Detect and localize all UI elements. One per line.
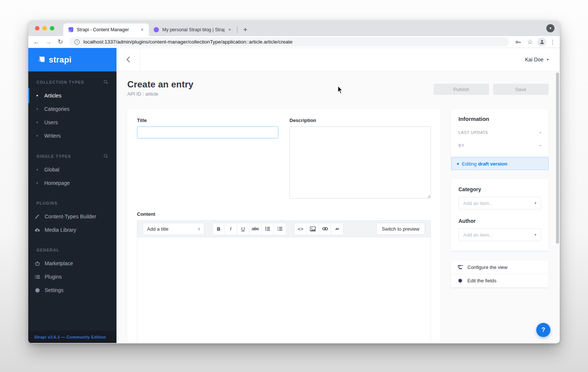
sidebar-item-global[interactable]: Global: [28, 163, 116, 176]
author-select[interactable]: Add an item... ▾: [458, 228, 541, 241]
save-button[interactable]: Save: [493, 84, 549, 95]
ordered-list-button[interactable]: [274, 223, 286, 235]
single-types-heading: SINGLE TYPES: [36, 154, 71, 158]
sidebar-item-homepage[interactable]: Homepage: [28, 176, 116, 190]
app-topbar: Kai Doe ▾: [116, 48, 560, 71]
last-update-value: -: [540, 129, 541, 135]
sidebar-item-marketplace[interactable]: Marketplace: [28, 257, 116, 270]
bookmark-star-icon[interactable]: ☆: [525, 38, 534, 46]
draft-version-banner: Editing draft version: [451, 157, 549, 170]
tab-close-icon[interactable]: ×: [227, 27, 233, 33]
strapi-logo-icon: [37, 56, 45, 64]
password-key-icon[interactable]: [514, 38, 523, 46]
link-label: Configure the view: [467, 264, 508, 270]
search-icon[interactable]: [103, 154, 108, 158]
category-placeholder: Add an item...: [463, 201, 493, 206]
cloud-upload-icon: [34, 227, 40, 233]
url-text: localhost:1337/admin/plugins/content-man…: [83, 39, 293, 45]
quote-button[interactable]: “: [331, 223, 343, 235]
bullet-icon: [36, 182, 38, 184]
title-field-label: Title: [137, 118, 278, 123]
bullet-list-button[interactable]: [262, 223, 274, 235]
publish-button[interactable]: Publish: [434, 84, 489, 95]
heading-select-value: Add a title: [147, 226, 169, 232]
italic-button[interactable]: I: [225, 223, 237, 235]
profile-avatar[interactable]: [537, 38, 546, 46]
relations-card: Category Add an item... ▾ Author Add an …: [451, 179, 549, 251]
tab-title: Strapi - Content Manager: [77, 27, 137, 32]
close-window-button[interactable]: [35, 26, 39, 31]
last-update-label: LAST UPDATE: [458, 130, 489, 135]
banner-text: Editing draft version: [462, 161, 507, 167]
sidebar-item-label: Articles: [44, 93, 61, 99]
list-icon: [34, 274, 40, 280]
sidebar-item-writers[interactable]: Writers: [28, 129, 116, 142]
chevron-down-icon: ▾: [534, 233, 536, 237]
image-button[interactable]: [307, 223, 319, 235]
tab-close-icon[interactable]: ×: [139, 27, 145, 33]
tab-search-button[interactable]: ▾: [546, 24, 555, 32]
sidebar-item-label: Content-Types Builder: [45, 214, 96, 219]
strapi-logo[interactable]: strapi: [28, 48, 116, 71]
gear-icon: [34, 287, 40, 293]
switch-to-preview-button[interactable]: Switch to preview: [376, 223, 425, 235]
help-button[interactable]: ?: [536, 323, 550, 337]
search-icon[interactable]: [103, 80, 108, 84]
rich-text-editor: Add a title ▲▼ B I U abc: [137, 220, 431, 343]
category-label: Category: [458, 186, 541, 192]
sidebar-item-users[interactable]: Users: [28, 116, 116, 129]
strapi-version-footer[interactable]: Strapi v3.6.3 — Community Edition: [28, 331, 116, 343]
browser-menu-icon[interactable]: ⋮: [549, 39, 556, 45]
code-button[interactable]: <>: [294, 223, 307, 235]
sidebar-item-media-library[interactable]: Media Library: [28, 223, 116, 237]
edit-fields-link[interactable]: Edit the fields: [451, 274, 549, 287]
strikethrough-button[interactable]: abc: [249, 223, 262, 235]
by-value: -: [540, 142, 541, 148]
bold-button[interactable]: B: [212, 223, 225, 235]
sidebar: strapi COLLECTION TYPES Articles Categor…: [28, 48, 116, 343]
bullet-icon: [36, 169, 38, 170]
sidebar-item-categories[interactable]: Categories: [28, 102, 116, 116]
link-button[interactable]: [319, 223, 331, 235]
blog-favicon-icon: [153, 27, 159, 33]
new-tab-button[interactable]: +: [240, 25, 250, 35]
sidebar-item-settings[interactable]: Settings: [28, 283, 116, 297]
sidebar-item-label: Global: [44, 167, 59, 173]
page-info-icon[interactable]: i: [74, 39, 80, 45]
sidebar-item-content-types-builder[interactable]: Content-Types Builder: [28, 210, 116, 223]
browser-window: Strapi - Content Manager × My personal S…: [28, 20, 560, 343]
sidebar-item-plugins[interactable]: Plugins: [28, 270, 116, 283]
heading-select[interactable]: Add a title ▲▼: [143, 223, 204, 235]
editor-content-area[interactable]: [137, 237, 431, 343]
sidebar-item-label: Settings: [45, 287, 64, 293]
tab-personal-blog[interactable]: My personal Strapi blog | Strap ×: [149, 23, 236, 36]
sidebar-item-label: Media Library: [45, 227, 76, 233]
configure-view-link[interactable]: Configure the view: [451, 260, 549, 274]
forward-icon[interactable]: →: [44, 38, 53, 46]
zoom-window-button[interactable]: [50, 26, 54, 31]
collection-types-heading: COLLECTION TYPES: [36, 80, 84, 84]
go-back-button[interactable]: [116, 48, 140, 71]
underline-button[interactable]: U: [237, 223, 249, 235]
minimize-window-button[interactable]: [42, 26, 47, 31]
reload-icon[interactable]: ↻: [56, 38, 65, 46]
sidebar-nav: COLLECTION TYPES Articles Categories Use…: [28, 71, 116, 331]
information-card: Information LAST UPDATE - BY -: [451, 109, 549, 156]
sidebar-item-articles[interactable]: Articles: [28, 89, 116, 102]
description-textarea[interactable]: [290, 126, 431, 199]
by-label: BY: [458, 143, 464, 148]
title-input[interactable]: [137, 126, 278, 138]
author-placeholder: Add an item...: [463, 232, 493, 238]
content-field-label: Content: [137, 211, 431, 217]
sidebar-item-label: Plugins: [45, 274, 62, 280]
url-bar[interactable]: i localhost:1337/admin/plugins/content-m…: [69, 37, 509, 46]
sidebar-item-label: Users: [44, 119, 58, 125]
back-icon[interactable]: ←: [32, 38, 41, 46]
strapi-logo-text: strapi: [49, 55, 71, 65]
category-select[interactable]: Add an item... ▾: [458, 197, 541, 209]
user-menu[interactable]: Kai Doe ▾: [525, 57, 549, 62]
scrollbar-thumb[interactable]: [556, 73, 559, 244]
tab-strapi-content-manager[interactable]: Strapi - Content Manager ×: [63, 23, 149, 36]
chevron-left-icon: [126, 56, 130, 63]
user-name: Kai Doe: [525, 57, 544, 62]
